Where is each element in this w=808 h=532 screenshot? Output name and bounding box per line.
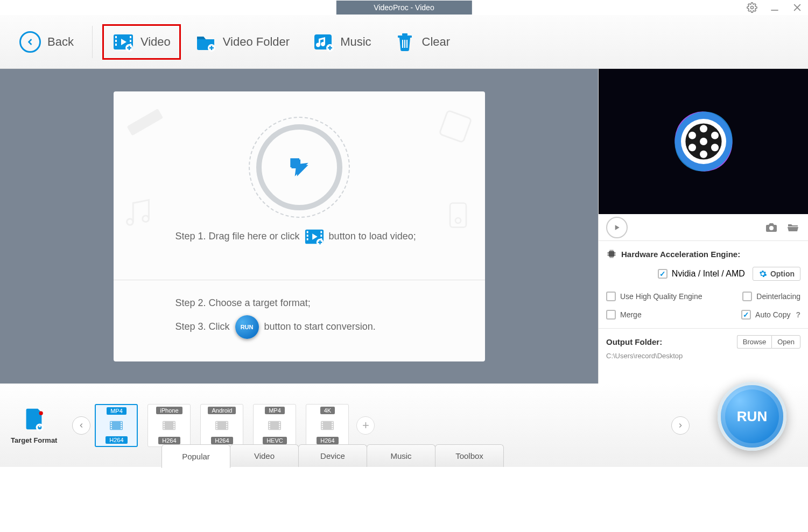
svg-point-48 <box>39 412 43 415</box>
svg-point-42 <box>711 132 719 139</box>
separator <box>92 26 93 58</box>
svg-rect-30 <box>320 231 322 233</box>
svg-rect-71 <box>216 428 217 429</box>
svg-point-22 <box>127 218 133 225</box>
svg-rect-18 <box>404 40 405 48</box>
svg-point-45 <box>769 226 774 230</box>
hw-panel: Hardware Acceleration Engine: Nvidia / I… <box>599 241 808 328</box>
svg-rect-87 <box>322 424 323 425</box>
play-icon <box>613 223 621 232</box>
drop-circle <box>256 124 342 210</box>
svg-rect-17 <box>402 40 403 48</box>
svg-rect-59 <box>164 422 165 423</box>
step3-text: Step 3. Click RUN button to start conver… <box>175 315 423 339</box>
hw-option-button[interactable]: Option <box>753 267 800 281</box>
output-panel: Output Folder: Browse Open C:\Users\reco… <box>599 328 808 366</box>
add-music-button[interactable]: Music <box>304 26 380 58</box>
window-controls <box>747 2 803 13</box>
svg-rect-29 <box>306 238 308 240</box>
video-folder-label: Video Folder <box>223 35 290 49</box>
svg-rect-65 <box>174 425 175 427</box>
svg-rect-55 <box>121 424 122 425</box>
format-card-mp4-hevc[interactable]: MP4HEVC <box>253 404 296 447</box>
svg-rect-19 <box>406 40 407 48</box>
svg-rect-6 <box>115 40 117 42</box>
back-button[interactable]: Back <box>11 26 82 58</box>
format-card-iphone-h264[interactable]: iPhoneH264 <box>147 404 191 447</box>
output-label: Output Folder: <box>606 337 662 346</box>
svg-rect-66 <box>174 428 175 429</box>
settings-gear-icon[interactable] <box>747 2 757 13</box>
drop-panel[interactable]: Step 1. Drag file here or click button t… <box>114 91 485 361</box>
browse-button[interactable]: Browse <box>737 335 771 349</box>
svg-rect-80 <box>269 428 270 429</box>
close-icon[interactable] <box>792 2 803 13</box>
music-add-icon <box>312 31 334 53</box>
clear-button[interactable]: Clear <box>385 26 459 58</box>
svg-rect-60 <box>164 424 165 425</box>
hw-accel-checkbox[interactable]: Nvidia / Intel / AMD <box>658 269 745 279</box>
formats-next-button[interactable] <box>671 416 690 435</box>
add-format-button[interactable]: + <box>356 416 375 435</box>
svg-rect-82 <box>279 424 280 425</box>
svg-rect-15 <box>398 36 412 38</box>
svg-rect-8 <box>130 36 131 38</box>
svg-rect-93 <box>332 428 333 429</box>
tab-music[interactable]: Music <box>367 444 435 467</box>
target-format-label: Target Format <box>11 406 57 444</box>
svg-rect-9 <box>130 40 131 42</box>
toolbar: Back Video Video Folder Music Clear <box>0 15 808 69</box>
svg-rect-51 <box>111 424 112 425</box>
back-label: Back <box>47 35 74 49</box>
tab-video[interactable]: Video <box>230 444 299 467</box>
merge-checkbox[interactable]: Merge <box>606 310 642 320</box>
trash-icon <box>394 31 416 53</box>
svg-point-44 <box>711 144 719 151</box>
formats-prev-button[interactable] <box>72 416 90 435</box>
format-card-android-h264[interactable]: AndroidH264 <box>200 404 243 447</box>
hw-title: Hardware Acceleration Engine: <box>606 249 800 259</box>
svg-rect-81 <box>279 422 280 423</box>
tab-device[interactable]: Device <box>298 444 367 467</box>
svg-rect-90 <box>332 422 333 423</box>
tab-toolbox[interactable]: Toolbox <box>435 444 504 467</box>
minimize-icon[interactable] <box>769 2 780 13</box>
add-video-button[interactable]: Video <box>102 24 181 60</box>
svg-rect-57 <box>121 428 122 429</box>
autocopy-checkbox[interactable]: Auto Copy? <box>741 310 800 320</box>
help-icon[interactable]: ? <box>796 310 800 319</box>
svg-point-43 <box>688 144 696 151</box>
format-tabs: PopularVideoDeviceMusicToolbox <box>161 444 808 467</box>
main-area: Step 1. Drag file here or click button t… <box>0 69 808 384</box>
svg-point-38 <box>700 138 707 145</box>
video-preview <box>599 69 808 214</box>
svg-rect-68 <box>216 422 217 423</box>
svg-rect-31 <box>320 235 322 237</box>
high-quality-checkbox[interactable]: Use High Quality Engine <box>606 292 702 301</box>
snapshot-icon[interactable] <box>764 221 779 234</box>
add-video-folder-button[interactable]: Video Folder <box>186 26 298 58</box>
upload-arrow-icon <box>286 154 313 181</box>
svg-rect-53 <box>111 428 112 429</box>
svg-rect-91 <box>332 424 333 425</box>
format-card-4k-h264[interactable]: 4KH264 <box>306 404 349 447</box>
run-button[interactable]: RUN <box>718 382 786 451</box>
svg-rect-77 <box>269 422 270 423</box>
format-card-mp4-h264[interactable]: MP4H264 <box>95 404 138 447</box>
play-button[interactable] <box>606 217 628 238</box>
open-button[interactable]: Open <box>771 335 800 349</box>
gear-icon <box>758 269 767 278</box>
target-format-icon <box>21 406 47 432</box>
svg-rect-27 <box>306 231 308 233</box>
drop-zone-container: Step 1. Drag file here or click button t… <box>0 69 598 384</box>
step2-text: Step 2. Choose a target format; <box>175 297 423 309</box>
deinterlacing-checkbox[interactable]: Deinterlacing <box>742 292 800 301</box>
clear-label: Clear <box>422 35 451 49</box>
format-list: MP4H264iPhoneH264AndroidH264MP4HEVC4KH26… <box>95 404 349 447</box>
music-label: Music <box>340 35 371 49</box>
open-folder-icon[interactable] <box>785 221 800 234</box>
tab-popular[interactable]: Popular <box>161 444 230 468</box>
back-arrow-icon <box>19 31 41 53</box>
run-mini-icon: RUN <box>235 315 259 339</box>
svg-rect-84 <box>279 428 280 429</box>
